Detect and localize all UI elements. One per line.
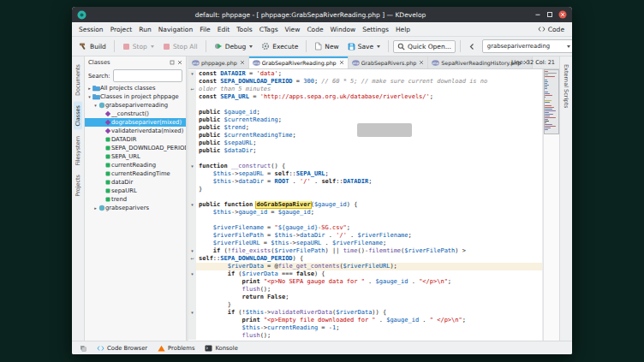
- menu-ctags[interactable]: CTags: [256, 24, 282, 35]
- tree-item-construct[interactable]: __construct(): [85, 110, 186, 118]
- tree-item-grabseparivers[interactable]: ▸grabseparivers: [85, 204, 186, 212]
- toolbar-search-combo[interactable]: [482, 39, 572, 53]
- gutter-fold-icon[interactable]: ▾: [188, 309, 196, 317]
- gutter-fold-icon[interactable]: [188, 301, 196, 309]
- tree-item-trend[interactable]: trend: [85, 195, 186, 204]
- tree-item-classes-in-project-phppage[interactable]: ▾Classes in project phppage: [85, 92, 186, 101]
- menu-run[interactable]: Run: [135, 24, 154, 35]
- gutter-fold-icon[interactable]: [188, 132, 196, 139]
- gutter-fold-icon[interactable]: [188, 217, 196, 224]
- gutter-fold-icon[interactable]: [188, 294, 196, 301]
- gutter-fold-icon[interactable]: [188, 193, 196, 201]
- menu-help[interactable]: Help: [392, 24, 414, 35]
- layers-statusbar-button[interactable]: [76, 344, 90, 353]
- menu-tools[interactable]: Tools: [233, 24, 255, 35]
- build-button[interactable]: Build: [75, 40, 110, 52]
- panel-float-icon[interactable]: [170, 60, 175, 65]
- tab-close-icon[interactable]: [240, 60, 245, 65]
- menu-code[interactable]: Code: [303, 24, 326, 35]
- gutter-fold-icon[interactable]: [188, 186, 196, 193]
- tab-phppage-php[interactable]: phpphppage.php: [188, 56, 249, 68]
- tree-item-all-projects-classes[interactable]: ▸All projects classes: [85, 84, 186, 92]
- gutter-fold-icon[interactable]: [188, 263, 196, 270]
- tree-expander-icon[interactable]: ▸: [86, 86, 92, 91]
- konsole-statusbar-button[interactable]: Konsole: [201, 344, 241, 353]
- tree-item-validateriverdata-mixed[interactable]: validateriverdata(mixed): [85, 127, 186, 135]
- tree-item-sepa-download-period[interactable]: SEPA_DOWNLOAD_PERIOD: [85, 144, 186, 152]
- gutter-fold-icon[interactable]: [188, 324, 196, 332]
- menu-view[interactable]: View: [282, 24, 304, 35]
- gutter-fold-icon[interactable]: [188, 124, 196, 132]
- tree-expander-icon[interactable]: ▾: [92, 103, 98, 108]
- gutter-fold-icon[interactable]: [188, 240, 196, 247]
- tree-item-grabsepariverreading[interactable]: ▾grabsepariverreading: [85, 101, 186, 110]
- new-button[interactable]: New: [311, 40, 342, 52]
- code-menu-button[interactable]: Code: [534, 25, 569, 34]
- gutter-fold-icon[interactable]: [188, 170, 196, 178]
- dropdown-caret-icon[interactable]: [377, 45, 380, 48]
- tree-item-dograbsepariver-mixed[interactable]: dograbsepariver(mixed): [85, 118, 186, 127]
- sidebar-tab-projects[interactable]: Projects: [74, 171, 82, 200]
- dropdown-caret-icon[interactable]: [249, 45, 253, 48]
- tab-close-icon[interactable]: [339, 60, 344, 65]
- menu-settings[interactable]: Settings: [359, 24, 392, 35]
- menu-navigation[interactable]: Navigation: [155, 24, 196, 35]
- gutter-fold-icon[interactable]: [188, 278, 196, 286]
- maximize-button[interactable]: [546, 11, 553, 18]
- gutter-fold-icon[interactable]: [188, 78, 196, 86]
- sidebar-tab-classes[interactable]: Classes: [74, 102, 82, 130]
- chevron-down-icon[interactable]: [567, 45, 570, 48]
- gutter-fold-icon[interactable]: [188, 224, 196, 232]
- quick-open-button[interactable]: Quick Open...: [393, 40, 456, 53]
- minimize-button[interactable]: [534, 11, 541, 18]
- tree-item-currentreading[interactable]: currentReading: [85, 161, 186, 169]
- sidebar-tab-filesystem[interactable]: Filesystem: [74, 133, 82, 169]
- titlebar[interactable]: default: phppage - [ phppage:GrabSepaRiv…: [72, 7, 572, 22]
- tree-expander-icon[interactable]: ▸: [92, 205, 98, 211]
- gutter-fold-icon[interactable]: [188, 178, 196, 186]
- gutter-fold-icon[interactable]: ▾: [188, 270, 196, 278]
- tree-item-datadir[interactable]: dataDir: [85, 178, 186, 187]
- gutter-fold-icon[interactable]: ▾: [188, 201, 196, 209]
- tree-item-sepaurl[interactable]: sepaURL: [85, 187, 186, 195]
- gutter-fold-icon[interactable]: [188, 332, 196, 340]
- gutter-fold-icon[interactable]: [188, 286, 196, 294]
- panel-close-icon[interactable]: [177, 60, 182, 65]
- gutter-fold-icon[interactable]: [188, 109, 196, 116]
- tree-expander-icon[interactable]: ▾: [86, 94, 92, 99]
- gutter-fold-icon[interactable]: [188, 93, 196, 101]
- gutter-fold-icon[interactable]: [188, 155, 196, 163]
- gutter-fold-icon[interactable]: [188, 101, 196, 109]
- scrollbar-minimap[interactable]: [543, 69, 559, 341]
- code-editor[interactable]: ▾const DATADIR = 'data';const SEPA_DOWNL…: [188, 69, 543, 341]
- minimap-view-rect[interactable]: [544, 69, 559, 134]
- gutter-fold-icon[interactable]: ▾: [188, 70, 196, 78]
- tab-close-icon[interactable]: [419, 60, 424, 65]
- tree-item-currentreadingtime[interactable]: currentReadingTime: [85, 169, 186, 178]
- dropdown-caret-icon[interactable]: [151, 45, 154, 48]
- gutter-fold-icon[interactable]: [188, 139, 196, 147]
- menu-window[interactable]: Window: [327, 24, 360, 35]
- tab-grabsepariverreading-php[interactable]: phpGrabSepaRiverReading.php: [249, 56, 349, 68]
- gutter-fold-icon[interactable]: [188, 209, 196, 217]
- gutter-fold-icon[interactable]: ▾: [188, 163, 196, 170]
- gutter-fold-icon[interactable]: [188, 232, 196, 240]
- tree-item-datadir[interactable]: DATADIR: [85, 135, 186, 144]
- menu-edit[interactable]: Edit: [214, 24, 234, 35]
- gutter-fold-icon[interactable]: [188, 116, 196, 124]
- menu-file[interactable]: File: [196, 24, 214, 35]
- toolbar-search-input[interactable]: [486, 42, 564, 50]
- classes-search-input[interactable]: [113, 69, 182, 82]
- menu-project[interactable]: Project: [107, 24, 136, 35]
- debug-button[interactable]: Debug: [211, 40, 257, 52]
- tab-grabseparivers-php[interactable]: phpGrabSepaRivers.php: [349, 56, 429, 68]
- code-browser-statusbar-button[interactable]: Code Browser: [93, 344, 151, 353]
- gutter-fold-icon[interactable]: [188, 147, 196, 155]
- gutter-fold-icon[interactable]: ↩: [188, 86, 196, 93]
- tab-external-scripts[interactable]: External Scripts: [562, 61, 570, 111]
- sidebar-tab-documents[interactable]: Documents: [74, 61, 82, 99]
- close-button[interactable]: [558, 10, 567, 19]
- menu-session[interactable]: Session: [75, 24, 107, 35]
- gutter-fold-icon[interactable]: ↩: [188, 255, 196, 263]
- chevleft-button[interactable]: [465, 41, 479, 52]
